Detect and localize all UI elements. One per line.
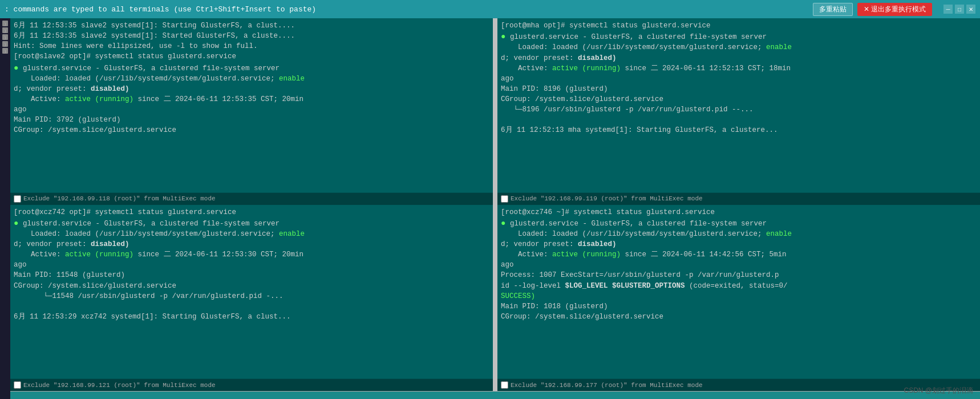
line: [root@xcz746 ~]# systemctl status gluste…	[501, 207, 977, 217]
watermark: CSDN @划过手的泪滴	[904, 386, 973, 396]
line: └─8196 /usr/sbin/glusterd -p /var/run/gl…	[501, 104, 977, 115]
line: Main PID: 3792 (glusterd)	[14, 115, 489, 125]
exclude-checkbox-2[interactable]	[501, 195, 508, 203]
minimize-button[interactable]: ─	[943, 5, 953, 14]
line: Loaded: loaded (/usr/lib/systemd/system/…	[501, 42, 977, 53]
line: Main PID: 1018 (glusterd)	[501, 301, 977, 312]
line: [root@mha opt]# systemctl status gluster…	[501, 21, 977, 31]
line: Loaded: loaded (/usr/lib/systemd/system/…	[501, 229, 977, 239]
line	[501, 115, 977, 125]
line: CGroup: /system.slice/glusterd.service	[14, 281, 489, 291]
line: ago	[14, 260, 489, 270]
line: ago	[501, 260, 977, 270]
terminal-slave2-footer: Exclude "192.168.99.118 (root)" from Mul…	[10, 192, 493, 205]
exclude-label-4: Exclude "192.168.99.177 (root)" from Mul…	[511, 382, 703, 389]
terminal-xcz742-footer: Exclude "192.168.99.121 (root)" from Mul…	[10, 378, 493, 391]
cmd-notice: : commands are typed to all terminals (u…	[5, 5, 813, 14]
line: Loaded: loaded (/usr/lib/systemd/system/…	[14, 74, 489, 84]
exclude-checkbox-4[interactable]	[501, 381, 508, 389]
line: d; vendor preset: disabled)	[501, 53, 977, 63]
line: ago	[501, 74, 977, 84]
line: 6月 11 12:53:35 slave2 systemd[1]: Starte…	[14, 31, 489, 41]
line: 6月 11 12:53:29 xcz742 systemd[1]: Starti…	[14, 312, 489, 322]
exclude-checkbox-1[interactable]	[14, 195, 21, 203]
line: CGroup: /system.slice/glusterd.service	[14, 125, 489, 135]
line: ● glusterd.service - GlusterFS, a cluste…	[501, 217, 977, 229]
line: d; vendor preset: disabled)	[14, 239, 489, 249]
sidebar: ) ) ) ) )	[0, 18, 10, 399]
terminal-slave2-content: 6月 11 12:53:35 slave2 systemd[1]: Starti…	[10, 18, 493, 192]
line: [root@slave2 opt]# systemctl status glus…	[14, 51, 489, 62]
terminal-grid: 6月 11 12:53:35 slave2 systemd[1]: Starti…	[10, 18, 980, 391]
terminal-slave2: 6月 11 12:53:35 slave2 systemd[1]: Starti…	[10, 18, 493, 205]
line: d; vendor preset: disabled)	[14, 84, 489, 94]
bottom-scrollbar[interactable]	[10, 391, 980, 399]
line: CGroup: /system.slice/glusterd.service	[501, 94, 977, 104]
terminals-area: 6月 11 12:53:35 slave2 systemd[1]: Starti…	[10, 18, 980, 399]
sidebar-dot-2: )	[2, 27, 8, 33]
terminal-xcz746: [root@xcz746 ~]# systemctl status gluste…	[497, 205, 980, 392]
line: 6月 11 12:52:13 mha systemd[1]: Starting …	[501, 125, 977, 135]
line: Active: active (running) since 二 2024-06…	[14, 94, 489, 104]
line: d; vendor preset: disabled)	[501, 239, 977, 249]
line: Main PID: 11548 (glusterd)	[14, 270, 489, 280]
line: CGroup: /system.slice/glusterd.service	[501, 312, 977, 322]
line: [root@xcz742 opt]# systemctl status glus…	[14, 207, 489, 217]
exclude-label-1: Exclude "192.168.99.118 (root)" from Mul…	[23, 195, 216, 202]
line: id --log-level $LOG_LEVEL $GLUSTERD_OPTI…	[501, 281, 977, 291]
sidebar-dot-4: )	[2, 41, 8, 47]
line: ● glusterd.service - GlusterFS, a cluste…	[501, 31, 977, 42]
exclude-label-2: Exclude "192.168.99.119 (root)" from Mul…	[511, 195, 703, 202]
exclude-label-3: Exclude "192.168.99.121 (root)" from Mul…	[23, 382, 216, 389]
terminal-mha: [root@mha opt]# systemctl status gluster…	[497, 18, 980, 205]
line: ago	[14, 104, 489, 115]
vertical-divider[interactable]	[493, 18, 497, 391]
line: SUCCESS)	[501, 291, 977, 301]
line: Active: active (running) since 二 2024-06…	[501, 63, 977, 74]
terminal-xcz746-content: [root@xcz746 ~]# systemctl status gluste…	[497, 205, 980, 379]
line: ● glusterd.service - GlusterFS, a cluste…	[14, 217, 489, 229]
terminal-xcz742-content: [root@xcz742 opt]# systemctl status glus…	[10, 205, 493, 379]
terminal-mha-footer: Exclude "192.168.99.119 (root)" from Mul…	[497, 192, 980, 205]
window-controls: ─ □ ✕	[943, 5, 975, 14]
exclude-checkbox-3[interactable]	[14, 381, 21, 389]
main-container: ) ) ) ) ) 6月 11 12:53:35 slave2 systemd[…	[0, 18, 980, 399]
line: Active: active (running) since 二 2024-06…	[14, 249, 489, 260]
sidebar-dot-5: )	[2, 48, 8, 54]
line: ● glusterd.service - GlusterFS, a cluste…	[14, 62, 489, 74]
line: Main PID: 8196 (glusterd)	[501, 84, 977, 94]
line: Process: 1007 ExecStart=/usr/sbin/gluste…	[501, 270, 977, 280]
line: Active: active (running) since 二 2024-06…	[501, 249, 977, 260]
titlebar-actions: 多重粘贴 ✕ 退出多重执行模式 ─ □ ✕	[813, 3, 975, 16]
titlebar: : commands are typed to all terminals (u…	[0, 0, 980, 18]
maximize-button[interactable]: □	[955, 5, 964, 14]
terminal-xcz742: [root@xcz742 opt]# systemctl status glus…	[10, 205, 493, 392]
line: Loaded: loaded (/usr/lib/systemd/system/…	[14, 229, 489, 239]
paste-button[interactable]: 多重粘贴	[813, 3, 853, 16]
sidebar-dot-1: )	[2, 21, 8, 26]
exit-multiexec-button[interactable]: ✕ 退出多重执行模式	[857, 3, 932, 16]
sidebar-dot-3: )	[2, 34, 8, 40]
line	[14, 301, 489, 312]
terminal-mha-content: [root@mha opt]# systemctl status gluster…	[497, 18, 980, 192]
close-button[interactable]: ✕	[966, 5, 975, 14]
line: 6月 11 12:53:35 slave2 systemd[1]: Starti…	[14, 21, 489, 31]
line: Hint: Some lines were ellipsized, use -l…	[14, 41, 489, 51]
line: └─11548 /usr/sbin/glusterd -p /var/run/g…	[14, 291, 489, 301]
